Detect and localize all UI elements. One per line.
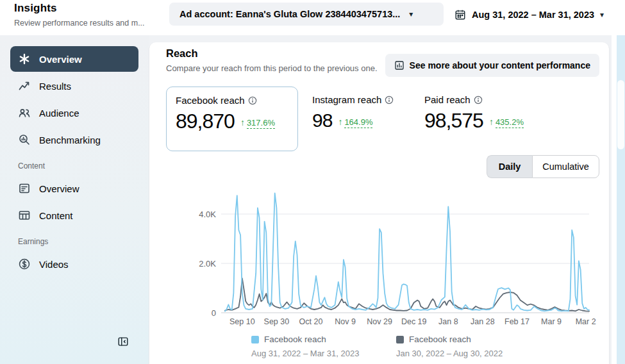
metric-instagram-reach[interactable]: Instagram reach 98 ↑ 164.9%: [312, 94, 394, 133]
svg-text:4.0K: 4.0K: [199, 210, 216, 219]
table-icon: [18, 209, 31, 222]
metric-label: Paid reach: [424, 94, 471, 105]
metric-delta: ↑ 317.6%: [240, 117, 275, 129]
legend-swatch: [396, 336, 404, 343]
svg-text:Jan 28: Jan 28: [471, 317, 495, 326]
metric-value: 98: [312, 108, 332, 133]
top-header: Insights Review performance results and …: [0, 0, 625, 35]
metric-paid-reach[interactable]: Paid reach 98,575 ↑ 435.2%: [424, 94, 524, 133]
sidebar-section-content: Content: [18, 161, 138, 170]
metric-delta: ↑ 164.9%: [338, 117, 372, 128]
reach-section-subtitle: Compare your reach from this period to t…: [166, 63, 387, 74]
metric-value: 98,575: [424, 108, 483, 133]
insights-page: Insights Review performance results and …: [0, 0, 625, 364]
toggle-cumulative-button[interactable]: Cumulative: [532, 155, 599, 178]
legend-label: Facebook reach: [264, 335, 326, 344]
legend-current-period: Facebook reach Aug 31, 2022 – Mar 31, 20…: [251, 335, 359, 358]
ad-account-dropdown[interactable]: Ad account: Eanna's Gluta Glow 238440347…: [169, 3, 444, 26]
sidebar-item-label: Videos: [39, 259, 69, 270]
reach-chart[interactable]: 02.0K4.0KSep 10Sep 30Oct 20Nov 9Nov 29De…: [188, 192, 598, 330]
sidebar-item-results[interactable]: Results: [10, 73, 138, 99]
svg-text:Nov 9: Nov 9: [335, 317, 356, 326]
sidebar-item-label: Overview: [39, 183, 79, 194]
svg-text:Jan 8: Jan 8: [438, 317, 458, 326]
legend-period: Jan 30, 2022 – Aug 30, 2022: [396, 349, 503, 358]
sidebar-item-overview[interactable]: Overview: [10, 46, 138, 72]
metric-facebook-reach[interactable]: Facebook reach 89,870 ↑ 317.6%: [166, 87, 298, 151]
chart-line-icon: [18, 79, 31, 92]
chart-mode-toggle: Daily Cumulative: [487, 155, 599, 178]
ad-account-label: Ad account: Eanna's Gluta Glow 238440347…: [179, 9, 400, 19]
svg-text:0: 0: [212, 308, 216, 318]
svg-text:Dec 19: Dec 19: [401, 317, 427, 326]
sidebar: Overview Results Audience: [0, 35, 149, 364]
svg-text:Sep 30: Sep 30: [264, 317, 290, 326]
metric-label: Facebook reach: [176, 95, 245, 106]
sidebar-item-label: Benchmarking: [39, 135, 101, 145]
metric-value: 89,870: [176, 108, 235, 134]
svg-text:Oct 20: Oct 20: [299, 317, 323, 326]
up-arrow-icon: ↑: [338, 117, 342, 127]
svg-text:Mar 9: Mar 9: [541, 317, 562, 326]
metric-label: Instagram reach: [312, 94, 381, 105]
legend-previous-period: Facebook reach Jan 30, 2022 – Aug 30, 20…: [396, 335, 503, 358]
sidebar-section-earnings: Earnings: [18, 237, 138, 246]
date-range-label: Aug 31, 2022 – Mar 31, 2023: [472, 10, 594, 20]
sidebar-item-content[interactable]: Content: [10, 203, 138, 228]
chevron-down-icon: ▾: [600, 10, 604, 19]
scrollbar-thumb[interactable]: [617, 80, 624, 149]
overview-asterisk-icon: [18, 53, 31, 65]
sidebar-item-label: Results: [39, 81, 71, 92]
dollar-circle-icon: [18, 258, 31, 270]
people-icon: [18, 106, 31, 119]
sidebar-item-label: Overview: [39, 54, 82, 65]
metric-delta-percent[interactable]: 317.6%: [247, 118, 275, 129]
info-icon[interactable]: [248, 96, 257, 105]
vertical-scrollbar[interactable]: [617, 35, 625, 364]
sidebar-item-content-overview[interactable]: Overview: [10, 176, 138, 201]
legend-period: Aug 31, 2022 – Mar 31, 2023: [251, 349, 359, 358]
search-chart-icon: [18, 133, 31, 146]
page-title: Insights: [14, 2, 145, 15]
sidebar-item-audience[interactable]: Audience: [10, 100, 138, 126]
collapse-sidebar-icon: [117, 336, 129, 347]
sidebar-item-label: Audience: [39, 108, 79, 119]
up-arrow-icon: ↑: [489, 117, 494, 127]
collapse-sidebar-button[interactable]: [117, 336, 129, 347]
calendar-icon: [454, 9, 466, 21]
sidebar-item-label: Content: [39, 210, 73, 221]
legend-label: Facebook reach: [409, 335, 471, 344]
see-more-button[interactable]: See more about your content performance: [385, 54, 599, 77]
svg-text:Nov 29: Nov 29: [367, 317, 392, 326]
up-arrow-icon: ↑: [240, 117, 245, 128]
see-more-label: See more about your content performance: [410, 60, 590, 70]
page-subtitle: Review performance results and m...: [14, 19, 145, 28]
toggle-daily-button[interactable]: Daily: [487, 155, 532, 178]
info-icon[interactable]: [474, 95, 483, 104]
metric-delta-percent[interactable]: 164.9%: [344, 117, 372, 128]
sidebar-nav: Overview Results Audience: [10, 46, 138, 278]
sidebar-item-videos[interactable]: Videos: [10, 251, 138, 277]
svg-text:2.0K: 2.0K: [199, 259, 216, 269]
posts-icon: [18, 182, 31, 195]
bar-chart-icon: [394, 60, 404, 70]
svg-text:Mar 2: Mar 2: [576, 317, 596, 326]
info-icon[interactable]: [385, 95, 394, 104]
chevron-down-icon: ▾: [409, 10, 413, 19]
svg-text:Feb 17: Feb 17: [504, 317, 529, 326]
metric-delta-percent[interactable]: 435.2%: [496, 117, 524, 128]
metric-delta: ↑ 435.2%: [489, 117, 524, 128]
legend-swatch: [251, 336, 259, 343]
reach-section-title: Reach: [166, 47, 198, 60]
svg-text:Sep 10: Sep 10: [229, 317, 255, 326]
reach-card: Reach Compare your reach from this perio…: [149, 42, 609, 364]
date-range-picker[interactable]: Aug 31, 2022 – Mar 31, 2023 ▾: [451, 5, 608, 24]
title-block: Insights Review performance results and …: [14, 2, 145, 28]
sidebar-item-benchmarking[interactable]: Benchmarking: [10, 127, 138, 153]
